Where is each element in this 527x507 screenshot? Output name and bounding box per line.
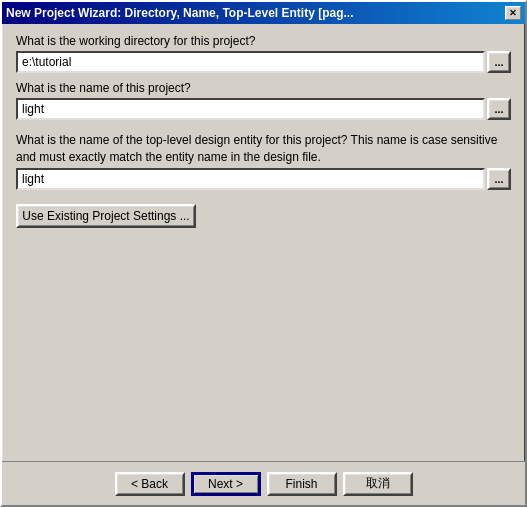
cancel-button[interactable]: 取消 <box>343 472 413 496</box>
title-bar-controls: ✕ <box>505 6 521 20</box>
title-bar: New Project Wizard: Directory, Name, Top… <box>2 2 525 24</box>
next-button[interactable]: Next > <box>191 472 261 496</box>
q3-input-row: ... <box>16 168 511 190</box>
working-directory-input[interactable] <box>16 51 485 73</box>
working-directory-section: What is the working directory for this p… <box>16 34 511 73</box>
form-content: What is the working directory for this p… <box>2 24 525 461</box>
top-level-entity-section: What is the name of the top-level design… <box>16 128 511 190</box>
use-existing-section: Use Existing Project Settings ... <box>16 198 511 228</box>
close-button[interactable]: ✕ <box>505 6 521 20</box>
browse-directory-button[interactable]: ... <box>487 51 511 73</box>
footer: < Back Next > Finish 取消 <box>2 461 525 505</box>
q2-label: What is the name of this project? <box>16 81 511 95</box>
browse-entity-button[interactable]: ... <box>487 168 511 190</box>
q1-label: What is the working directory for this p… <box>16 34 511 48</box>
project-name-input[interactable] <box>16 98 485 120</box>
q1-input-row: ... <box>16 51 511 73</box>
browse-project-button[interactable]: ... <box>487 98 511 120</box>
finish-button[interactable]: Finish <box>267 472 337 496</box>
q2-input-row: ... <box>16 98 511 120</box>
back-button[interactable]: < Back <box>115 472 185 496</box>
project-name-section: What is the name of this project? ... <box>16 81 511 120</box>
wizard-window: New Project Wizard: Directory, Name, Top… <box>0 0 527 507</box>
content-spacer <box>16 236 511 451</box>
use-existing-button[interactable]: Use Existing Project Settings ... <box>16 204 196 228</box>
window-title: New Project Wizard: Directory, Name, Top… <box>6 6 354 20</box>
top-level-entity-input[interactable] <box>16 168 485 190</box>
q3-label: What is the name of the top-level design… <box>16 132 511 166</box>
